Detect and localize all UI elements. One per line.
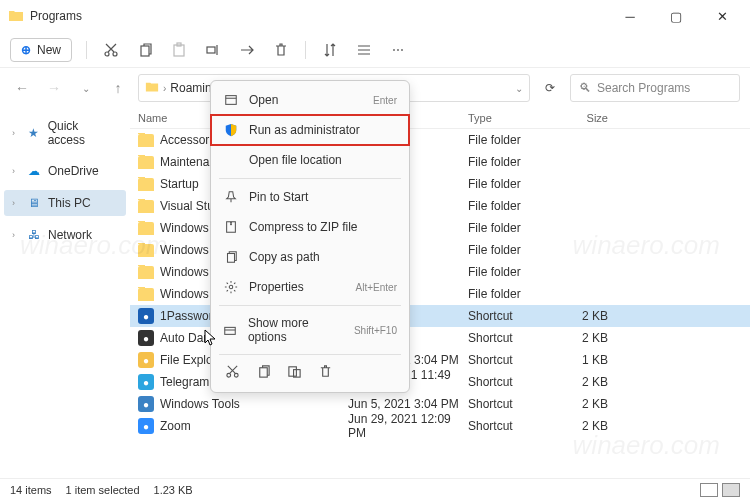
file-type: Shortcut [468, 353, 548, 367]
rename-icon[interactable] [203, 40, 223, 60]
menu-item-copy-as-path[interactable]: Copy as path [211, 242, 409, 272]
folder-icon [138, 178, 154, 191]
search-icon: 🔍︎ [579, 81, 591, 95]
svg-rect-13 [260, 368, 268, 377]
close-button[interactable]: ✕ [708, 9, 736, 24]
up-button[interactable]: ↑ [106, 80, 130, 96]
menu-divider [219, 305, 401, 306]
plus-icon: ⊕ [21, 43, 31, 57]
delete-icon[interactable] [271, 40, 291, 60]
paste-icon[interactable] [287, 364, 302, 382]
file-row[interactable]: ●ZoomJun 29, 2021 12:09 PMShortcut2 KB [130, 415, 750, 437]
menu-item-shortcut: Alt+Enter [356, 282, 397, 293]
app-icon: ● [138, 374, 154, 390]
menu-item-open-file-location[interactable]: Open file location [211, 145, 409, 175]
sidebar-item-label: OneDrive [48, 164, 99, 178]
svg-point-1 [113, 52, 117, 56]
view-icon[interactable] [354, 40, 374, 60]
menu-item-shortcut: Shift+F10 [354, 325, 397, 336]
file-type: File folder [468, 287, 548, 301]
file-type: File folder [468, 177, 548, 191]
copy-icon[interactable] [135, 40, 155, 60]
sidebar-item-label: This PC [48, 196, 91, 210]
star-icon: ★ [26, 125, 42, 141]
pin-icon [223, 189, 239, 205]
search-placeholder: Search Programs [597, 81, 690, 95]
cut-icon[interactable] [225, 364, 240, 382]
copy-icon[interactable] [256, 364, 271, 382]
svg-point-9 [229, 285, 233, 289]
svg-point-0 [105, 52, 109, 56]
cut-icon[interactable] [101, 40, 121, 60]
more-icon[interactable]: ⋯ [388, 40, 408, 60]
sidebar-item-quick-access[interactable]: › ★ Quick access [4, 114, 126, 152]
svg-point-11 [227, 373, 231, 377]
app-icon: ● [138, 418, 154, 434]
sort-icon[interactable] [320, 40, 340, 60]
menu-item-label: Open file location [249, 153, 342, 167]
chevron-right-icon: › [12, 128, 20, 138]
window-title: Programs [30, 9, 82, 23]
file-name: Zoom [160, 419, 191, 433]
chevron-right-icon: › [12, 230, 20, 240]
share-icon[interactable] [237, 40, 257, 60]
chevron-right-icon: › [12, 166, 20, 176]
file-size: 2 KB [548, 331, 608, 345]
menu-item-label: Compress to ZIP file [249, 220, 357, 234]
col-size[interactable]: Size [548, 112, 608, 124]
folder-icon [138, 244, 154, 257]
file-type: Shortcut [468, 331, 548, 345]
sidebar-item-onedrive[interactable]: › ☁ OneDrive [4, 158, 126, 184]
separator [305, 41, 306, 59]
file-size: 1 KB [548, 353, 608, 367]
folder-icon [138, 288, 154, 301]
statusbar: 14 items 1 item selected 1.23 KB [0, 478, 750, 500]
folder-icon [138, 200, 154, 213]
menu-item-compress-to-zip-file[interactable]: Compress to ZIP file [211, 212, 409, 242]
zip-icon [223, 219, 239, 235]
separator [86, 41, 87, 59]
delete-icon[interactable] [318, 364, 333, 382]
svg-rect-2 [141, 46, 149, 56]
chevron-down-icon[interactable]: ⌄ [515, 83, 523, 94]
menu-item-run-as-administrator[interactable]: Run as administrator [211, 115, 409, 145]
app-icon: ● [138, 330, 154, 346]
menu-item-pin-to-start[interactable]: Pin to Start [211, 182, 409, 212]
file-type: File folder [468, 221, 548, 235]
maximize-button[interactable]: ▢ [662, 9, 690, 24]
new-button[interactable]: ⊕ New [10, 38, 72, 62]
file-type: File folder [468, 133, 548, 147]
svg-rect-3 [174, 45, 184, 56]
file-name: Startup [160, 177, 199, 191]
svg-point-12 [234, 373, 238, 377]
minimize-button[interactable]: ─ [616, 9, 644, 24]
file-type: Shortcut [468, 397, 548, 411]
col-type[interactable]: Type [468, 112, 548, 124]
view-details-button[interactable] [700, 483, 718, 497]
sidebar-item-this-pc[interactable]: › 🖥 This PC [4, 190, 126, 216]
menu-item-show-more-options[interactable]: Show more optionsShift+F10 [211, 309, 409, 351]
forward-button[interactable]: → [42, 80, 66, 96]
app-icon: ● [138, 308, 154, 324]
file-type: File folder [468, 155, 548, 169]
recent-dropdown[interactable]: ⌄ [74, 83, 98, 94]
sidebar-item-network[interactable]: › 🖧 Network [4, 222, 126, 248]
file-type: File folder [468, 199, 548, 213]
menu-item-properties[interactable]: PropertiesAlt+Enter [211, 272, 409, 302]
menu-item-open[interactable]: OpenEnter [211, 85, 409, 115]
folder-icon [138, 266, 154, 279]
new-label: New [37, 43, 61, 57]
file-date: Jun 29, 2021 12:09 PM [348, 412, 468, 440]
paste-icon[interactable] [169, 40, 189, 60]
folder-icon [138, 156, 154, 169]
refresh-button[interactable]: ⟳ [538, 81, 562, 95]
back-button[interactable]: ← [10, 80, 34, 96]
view-large-button[interactable] [722, 483, 740, 497]
search-input[interactable]: 🔍︎ Search Programs [570, 74, 740, 102]
more-icon [223, 322, 238, 338]
status-selected: 1 item selected [66, 484, 140, 496]
chevron-right-icon: › [163, 83, 166, 94]
file-type: File folder [468, 243, 548, 257]
shield-icon [223, 122, 239, 138]
file-size: 2 KB [548, 419, 608, 433]
